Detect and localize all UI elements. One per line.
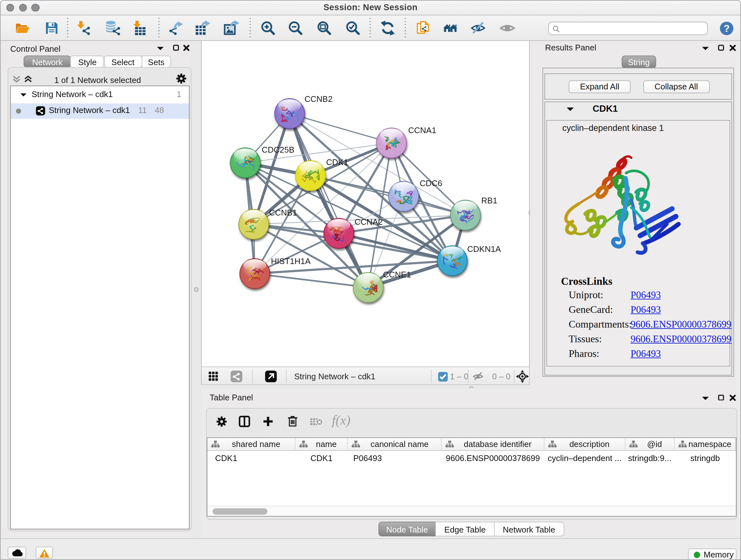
- svg-text:HIST1H1A: HIST1H1A: [271, 256, 311, 266]
- svg-text:CDC25B: CDC25B: [262, 145, 294, 154]
- svg-text:?: ?: [724, 23, 730, 34]
- svg-text:CDC6: CDC6: [420, 178, 442, 188]
- svg-text:CCNA1: CCNA1: [408, 125, 436, 135]
- svg-text:CCNE1: CCNE1: [383, 269, 411, 279]
- svg-text:RB1: RB1: [481, 195, 497, 205]
- svg-text:CDKN1A: CDKN1A: [467, 244, 501, 253]
- svg-text:CCNB2: CCNB2: [305, 94, 333, 104]
- svg-text:CCNA2: CCNA2: [354, 217, 383, 226]
- svg-text:CDK1: CDK1: [326, 157, 348, 167]
- svg-text:CCNB1: CCNB1: [269, 207, 297, 217]
